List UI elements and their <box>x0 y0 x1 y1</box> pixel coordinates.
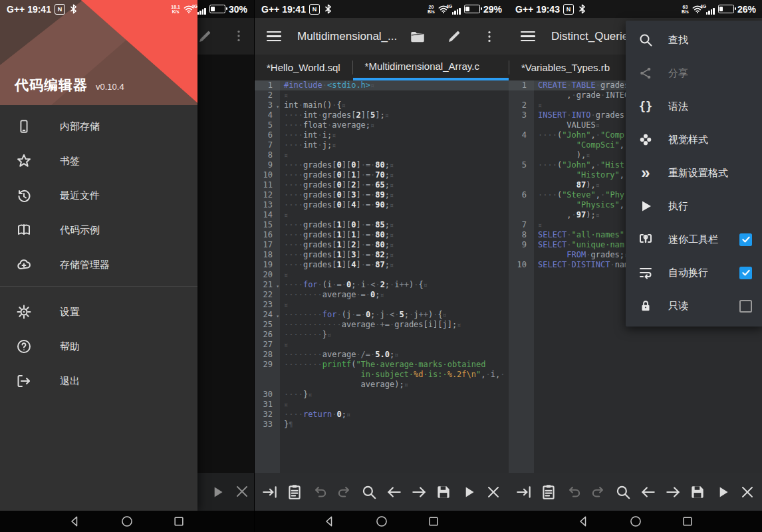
back-icon[interactable] <box>68 515 82 528</box>
code-line: 2¤ <box>255 90 509 100</box>
search-icon[interactable] <box>614 483 632 501</box>
line-number: 4 <box>255 110 280 120</box>
panel-drawer-screenshot: 代码编辑器 v0.10.4 内部存储书签最近文件代码示例存储管理器 设置帮助退出… <box>0 0 254 532</box>
drawer-group-storage: 内部存储书签最近文件代码示例存储管理器 <box>0 105 197 282</box>
indent-icon[interactable] <box>515 483 533 501</box>
tab--hello-world-sql[interactable]: *Hello_World.sql <box>255 55 352 80</box>
tab-label: *Variables_Types.rb <box>521 62 610 73</box>
code-line: 1#include·<stdio.h>¤ <box>255 80 509 90</box>
drawer-item-star[interactable]: 书签 <box>0 144 197 178</box>
menu-item-play[interactable]: 执行 <box>626 190 762 223</box>
drawer-item-phone[interactable]: 内部存储 <box>0 109 197 144</box>
line-number: 15 <box>255 220 280 230</box>
code-line: in·subject·%d·is:·%.2f\n",·i,· <box>255 370 509 380</box>
drawer-item-exit[interactable]: 退出 <box>0 364 197 398</box>
signal-icon: 4G <box>452 4 461 15</box>
close-icon[interactable] <box>485 483 502 501</box>
drawer-item-gear[interactable]: 设置 <box>0 295 197 329</box>
line-number <box>509 90 534 100</box>
drawer-item-label: 帮助 <box>60 340 80 353</box>
menu-item-search[interactable]: 查找 <box>626 23 762 57</box>
battery-icon <box>209 5 225 13</box>
menu-item-braces[interactable]: {}语法 <box>626 90 762 123</box>
overflow-menu-icon[interactable] <box>482 29 497 44</box>
recents-icon[interactable] <box>427 515 440 528</box>
drawer-item-help[interactable]: 帮助 <box>0 329 197 364</box>
phone-icon <box>16 118 32 134</box>
line-number: 23 <box>255 300 280 310</box>
drawer-item-label: 代码示例 <box>60 224 100 237</box>
menu-item-label: 重新设置格式 <box>668 167 752 180</box>
line-number: 12 <box>255 190 280 200</box>
line-number: 11 <box>255 180 280 190</box>
arrow-left-icon[interactable] <box>640 483 657 501</box>
line-number: 8 <box>255 150 280 160</box>
menu-item-wrap[interactable]: 自动换行 <box>626 256 762 289</box>
tab--variables-types-rb[interactable]: *Variables_Types.rb <box>509 55 622 80</box>
redo-icon[interactable] <box>590 483 607 501</box>
drawer-item-label: 内部存储 <box>60 120 100 133</box>
menu-item-fan[interactable]: 视觉样式 <box>626 123 762 156</box>
back-icon[interactable] <box>577 515 590 528</box>
indent-icon[interactable] <box>261 483 279 501</box>
save-icon[interactable] <box>435 483 452 501</box>
status-bar: G++ 19:41 N 20B/s 4G 29% <box>255 0 509 18</box>
code-editor[interactable]: 1#include·<stdio.h>¤2¤3▾int·main()·{¤4··… <box>255 80 509 473</box>
line-number: 3 <box>509 110 534 120</box>
redo-icon[interactable] <box>336 483 353 501</box>
line-number <box>509 180 534 190</box>
menu-icon[interactable] <box>521 31 535 42</box>
drawer-item-book[interactable]: 代码示例 <box>0 213 197 247</box>
run-icon[interactable] <box>714 483 731 501</box>
menu-item-label: 自动换行 <box>668 267 739 279</box>
recents-icon[interactable] <box>172 515 186 528</box>
checkbox-unchecked[interactable] <box>739 300 752 313</box>
menu-item-lock[interactable]: 只读 <box>626 289 762 323</box>
run-icon[interactable] <box>460 483 477 501</box>
back-icon[interactable] <box>323 515 336 528</box>
code-line: 8¤ <box>255 150 509 160</box>
close-icon <box>234 483 250 499</box>
line-number: 3▾ <box>255 100 280 110</box>
arrow-right-icon[interactable] <box>664 483 682 501</box>
code-line: 27¤ <box>255 340 509 350</box>
undo-icon[interactable] <box>311 483 328 501</box>
menu-item-tap[interactable]: 迷你工具栏 <box>626 223 762 256</box>
arrow-left-icon[interactable] <box>386 483 403 501</box>
close-icon[interactable] <box>739 483 756 501</box>
bluetooth-icon <box>323 4 333 14</box>
home-icon[interactable] <box>375 515 388 528</box>
line-number <box>509 120 534 130</box>
edit-icon[interactable] <box>446 29 462 45</box>
tab--multidimensional-array-c[interactable]: *Multidimensional_Array.c <box>353 55 509 80</box>
code-line: 12····grades[0][3]·=·89;¤ <box>255 190 509 200</box>
checkbox-checked[interactable] <box>739 233 752 246</box>
checkbox-checked[interactable] <box>739 267 752 279</box>
menu-icon[interactable] <box>267 31 281 42</box>
menu-item-chevrons[interactable]: »重新设置格式 <box>626 156 762 190</box>
code-line: 19····grades[1][4]·=·87;¤ <box>255 260 509 270</box>
open-folder-icon[interactable] <box>409 28 426 45</box>
lock-icon <box>638 298 654 314</box>
line-number: 7 <box>255 140 280 150</box>
android-navbar <box>0 511 254 532</box>
drawer-item-history[interactable]: 最近文件 <box>0 178 197 213</box>
home-icon[interactable] <box>629 515 642 528</box>
network-speed: 18.1K/s <box>171 5 180 14</box>
arrow-right-icon[interactable] <box>410 483 428 501</box>
save-icon[interactable] <box>689 483 706 501</box>
home-icon[interactable] <box>120 515 134 528</box>
drawer-group-settings: 设置帮助退出 <box>0 291 197 398</box>
code-line: 15····grades[1][0]·=·85;¤ <box>255 220 509 230</box>
nfc-icon: N <box>55 4 65 15</box>
android-navbar <box>255 511 509 532</box>
undo-icon[interactable] <box>565 483 582 501</box>
code-line: 6····int·i;¤ <box>255 130 509 140</box>
recents-icon[interactable] <box>681 515 694 528</box>
line-number: 10 <box>509 260 534 270</box>
code-line: 32····return·0;¤ <box>255 410 509 420</box>
clipboard-icon[interactable] <box>286 483 303 501</box>
search-icon[interactable] <box>360 483 378 501</box>
drawer-item-cloud[interactable]: 存储管理器 <box>0 247 197 282</box>
clipboard-icon[interactable] <box>540 483 557 501</box>
